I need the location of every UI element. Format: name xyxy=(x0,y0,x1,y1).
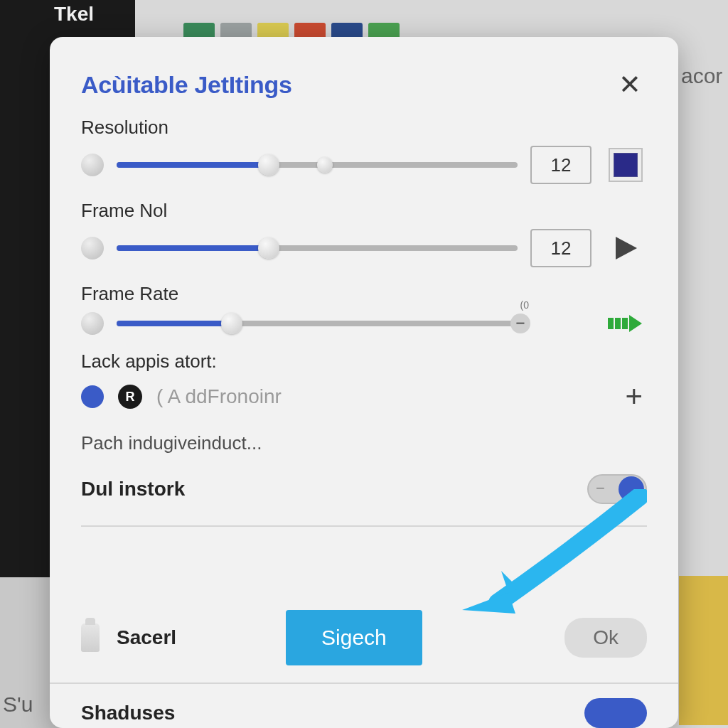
frame-rate-fill xyxy=(117,321,232,326)
pach-text: Pach indugiveinduct... xyxy=(81,432,647,454)
resolution-swatch-wrap xyxy=(604,148,647,182)
color-swatch-icon[interactable] xyxy=(609,148,643,182)
setting-frame-rate: Frame Rate − (0 xyxy=(81,283,647,335)
action-row: Sacerl Sigech Ok xyxy=(50,593,678,682)
sigech-button[interactable]: Sigech xyxy=(286,610,422,665)
setting-frame-nol: Frame Nol 12 xyxy=(81,200,647,267)
toggle-minus-icon: − xyxy=(596,479,605,498)
frame-rate-label: Frame Rate xyxy=(81,283,647,305)
modal-body: Resolution 12 Frame xyxy=(50,101,678,593)
frame-nol-fill xyxy=(117,245,269,251)
frame-rate-radio[interactable] xyxy=(81,312,104,335)
frame-nol-slider[interactable] xyxy=(117,237,518,259)
frame-rate-thumb[interactable] xyxy=(221,313,242,334)
frame-rate-end[interactable]: − xyxy=(510,314,530,333)
lack-radio-selected[interactable] xyxy=(81,385,104,408)
divider-1 xyxy=(81,525,647,527)
toggle-knob xyxy=(619,476,644,502)
r-badge-icon[interactable]: R xyxy=(118,385,142,409)
svg-rect-2 xyxy=(615,318,621,329)
resolution-value[interactable]: 12 xyxy=(530,146,592,184)
resolution-thumb-2[interactable] xyxy=(317,157,333,173)
resolution-slider[interactable] xyxy=(117,154,518,176)
dul-instork-label: Dul instork xyxy=(81,478,185,500)
setting-lack: Lack appis atort: R ( A ddFronoinr + xyxy=(81,350,647,414)
shaduses-label: Shaduses xyxy=(81,702,175,724)
background-tab-label: Tkel xyxy=(54,3,94,26)
background-text-bottom: S'u xyxy=(3,692,33,717)
fast-forward-icon[interactable] xyxy=(604,314,647,333)
resolution-fill xyxy=(117,162,269,168)
lack-label: Lack appis atort: xyxy=(81,350,647,373)
background-yellow-panel xyxy=(679,576,728,725)
shaduses-row: Shaduses xyxy=(50,684,678,728)
settings-modal: Acùitable JetItings ✕ Resolution 12 xyxy=(50,37,678,728)
frame-rate-slider[interactable]: − (0 xyxy=(117,312,528,335)
color-swatch-inner xyxy=(614,153,638,177)
ok-button[interactable]: Ok xyxy=(564,618,647,658)
resolution-label: Resolution xyxy=(81,117,647,139)
setting-resolution: Resolution 12 xyxy=(81,117,647,184)
sacerl-label: Sacerl xyxy=(117,626,176,649)
dul-instork-row: Dul instork − xyxy=(81,474,647,504)
bottle-icon xyxy=(81,623,100,652)
shaduses-toggle[interactable] xyxy=(584,698,647,728)
background-text-right: acor xyxy=(681,64,722,88)
frame-rate-tiny-label: (0 xyxy=(520,299,529,311)
plus-icon[interactable]: + xyxy=(621,380,647,414)
frame-nol-value[interactable]: 12 xyxy=(530,229,592,267)
modal-title: Acùitable JetItings xyxy=(81,71,292,99)
svg-rect-1 xyxy=(608,318,614,329)
frame-nol-label: Frame Nol xyxy=(81,200,647,222)
resolution-thumb[interactable] xyxy=(258,154,279,176)
frame-nol-thumb[interactable] xyxy=(258,237,279,259)
play-icon[interactable] xyxy=(604,234,647,262)
resolution-radio[interactable] xyxy=(81,154,104,176)
svg-marker-0 xyxy=(616,237,637,259)
add-input[interactable]: ( A ddFronoinr xyxy=(156,385,606,408)
svg-rect-3 xyxy=(622,318,628,329)
close-icon[interactable]: ✕ xyxy=(613,68,647,101)
frame-nol-radio[interactable] xyxy=(81,237,104,259)
dul-instork-toggle[interactable]: − xyxy=(587,474,647,504)
svg-marker-4 xyxy=(629,315,642,332)
modal-header: Acùitable JetItings ✕ xyxy=(50,37,678,101)
